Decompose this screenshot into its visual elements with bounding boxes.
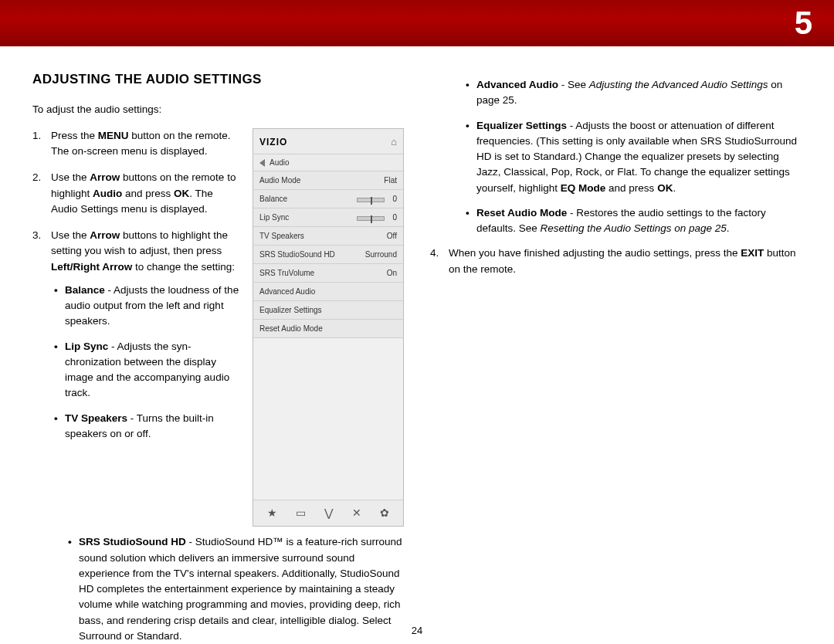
osd-row: TV SpeakersOff — [253, 226, 403, 245]
step-3: Use the Arrow buttons to highlight the s… — [32, 228, 240, 442]
osd-panel: VIZIO ⌂ Audio Audio ModeFlatBalance 0Lip… — [253, 128, 404, 527]
page-content: ADJUSTING THE AUDIO SETTINGS To adjust t… — [0, 46, 834, 644]
sub-equalizer: Equalizer Settings - Adjusts the boost o… — [463, 118, 802, 196]
section-heading: ADJUSTING THE AUDIO SETTINGS — [32, 69, 404, 90]
osd-row: Audio ModeFlat — [253, 171, 403, 189]
osd-row: Advanced Audio — [253, 282, 403, 300]
chapter-header: 5 — [0, 0, 834, 46]
wide-icon: ▭ — [296, 505, 306, 521]
step-2: Use the Arrow buttons on the remote to h… — [32, 170, 240, 217]
sub-advanced-audio: Advanced Audio - See Adjusting the Advan… — [463, 77, 802, 109]
sub-tvspeakers: TV Speakers - Turns the built-in speaker… — [51, 411, 240, 442]
sub-reset-audio: Reset Audio Mode - Restores the audio se… — [463, 205, 802, 237]
right-column: Advanced Audio - See Adjusting the Advan… — [430, 69, 802, 644]
steps-list-continued: When you have finished adjusting the aud… — [430, 246, 802, 277]
intro-text: To adjust the audio settings: — [32, 102, 404, 117]
home-icon: ⌂ — [391, 134, 397, 150]
slider-icon — [357, 198, 385, 202]
osd-row: SRS TruVolumeOn — [253, 263, 403, 282]
step3-sublist-narrow: Balance - Adjusts the loudness of the au… — [51, 283, 240, 442]
back-icon — [259, 159, 265, 167]
osd-row: SRS StudioSound HDSurround — [253, 245, 403, 263]
osd-row: Balance 0 — [253, 189, 403, 208]
v-icon: ⋁ — [324, 505, 333, 521]
steps-list: Press the MENU button on the remote. The… — [32, 128, 240, 442]
osd-row: Equalizer Settings — [253, 300, 403, 319]
sub-lipsync: Lip Sync - Adjusts the syn-chronization … — [51, 339, 240, 402]
osd-blank-area — [253, 337, 403, 500]
chapter-number: 5 — [795, 5, 812, 42]
close-icon: ✕ — [352, 505, 361, 521]
osd-breadcrumb: Audio — [253, 154, 403, 171]
osd-row: Lip Sync 0 — [253, 208, 403, 226]
step-1: Press the MENU button on the remote. The… — [32, 128, 240, 160]
left-column: ADJUSTING THE AUDIO SETTINGS To adjust t… — [32, 69, 404, 644]
osd-row: Reset Audio Mode — [253, 319, 403, 337]
slider-icon — [357, 216, 385, 221]
step-4: When you have finished adjusting the aud… — [430, 246, 802, 277]
step3-sublist-right: Advanced Audio - See Adjusting the Advan… — [430, 77, 802, 236]
sub-balance: Balance - Adjusts the loudness of the au… — [51, 283, 240, 330]
star-icon: ★ — [267, 505, 277, 521]
osd-logo: VIZIO — [259, 135, 287, 149]
gear-icon: ✿ — [380, 505, 389, 521]
page-number: 24 — [0, 625, 834, 636]
osd-footer: ★ ▭ ⋁ ✕ ✿ — [253, 500, 403, 526]
